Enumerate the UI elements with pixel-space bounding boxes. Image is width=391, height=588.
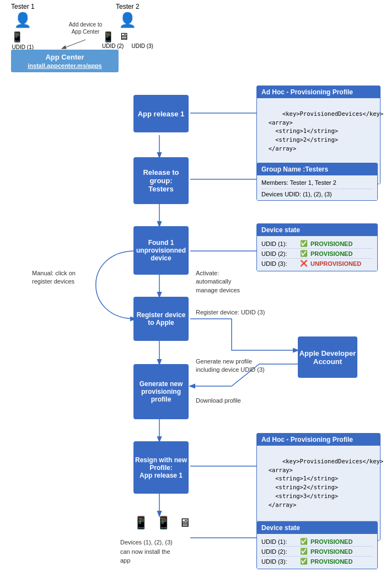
devices-install-label: Devices (1), (2), (3) can now install th… xyxy=(120,538,173,565)
udid1-status-2: PROVISIONED xyxy=(310,538,352,545)
diagram-container: Tester 1 👤 📱 UDID (1) Add device to App … xyxy=(0,0,391,588)
resign-box: Resign with new Profile: App release 1 xyxy=(133,441,189,494)
adhoc1-header: Ad Hoc - Provisioning Profile xyxy=(257,86,380,98)
download-profile-label: Download profile xyxy=(196,397,241,404)
udid3-label-1: UDID (3): xyxy=(261,260,297,267)
tester2-phone-icon: 📱 xyxy=(102,31,114,43)
tester2-label: Tester 2 xyxy=(102,3,153,10)
app-center-box[interactable]: App Center install.appcenter.ms/apps xyxy=(11,50,119,72)
apple-dev-box: Apple Developer Account xyxy=(298,336,357,378)
tester2-body: 👤 xyxy=(102,12,153,29)
svg-line-11 xyxy=(62,40,85,49)
udid2-check-2: ✅ xyxy=(300,548,308,555)
group-body: Members: Tester 1, Tester 2 Devices UDID… xyxy=(257,175,377,200)
udid1-label-1: UDID (1): xyxy=(261,240,297,247)
adhoc2-header: Ad Hoc - Provisioning Profile xyxy=(257,434,380,446)
group-panel: Group Name :Testers Members: Tester 1, T… xyxy=(256,163,378,201)
register-device-box: Register device to Apple xyxy=(133,297,189,341)
group-members: Members: Tester 1, Tester 2 xyxy=(261,178,373,187)
udid1-status-1: PROVISIONED xyxy=(310,240,352,247)
udid1-label-2: UDID (1): xyxy=(261,538,297,545)
adhoc1-code: <key>ProvisionedDevices</key> <array> <s… xyxy=(261,110,383,152)
app-center-link[interactable]: install.appcenter.ms/apps xyxy=(15,62,114,69)
udid2-check-1: ✅ xyxy=(300,250,308,257)
udid2-status-1: PROVISIONED xyxy=(310,250,352,257)
activate-label: Activate: automatically manage devices xyxy=(196,269,256,295)
udid2-status-2: PROVISIONED xyxy=(310,548,352,555)
found-device-box: Found 1 unprovisionned device xyxy=(133,226,189,275)
generate-profile-box: Generate new provisioning profile xyxy=(133,364,189,419)
device-state2-body: UDID (1): ✅ PROVISIONED UDID (2): ✅ PROV… xyxy=(257,534,377,569)
udid3-status-2: PROVISIONED xyxy=(310,558,352,565)
adhoc1-body: <key>ProvisionedDevices</key> <array> <s… xyxy=(257,98,380,164)
tester1-label: Tester 1 xyxy=(11,3,35,10)
device-state1-header: Device state xyxy=(257,224,377,236)
tester2-person: Tester 2 👤 📱 🖥 UDID (2) UDID (3) xyxy=(102,3,153,49)
group-header: Group Name :Testers xyxy=(257,163,377,175)
manual-label: Manual: click on register devices xyxy=(32,269,98,286)
tester1-body: 👤 xyxy=(11,12,35,29)
udid1-check-2: ✅ xyxy=(300,538,308,545)
bottom-devices: 📱 📱 🖥 xyxy=(133,516,193,530)
tester1-phone-icon: 📱 xyxy=(11,31,23,43)
adhoc2-body: <key>ProvisionedDevices</key> <array> <s… xyxy=(257,446,380,521)
app-release-box: App release 1 xyxy=(133,95,189,132)
device-tablet: 🖥 xyxy=(179,516,193,530)
udid2-label-1: UDID (2): xyxy=(261,250,297,257)
device-state2-header: Device state xyxy=(257,522,377,534)
device-phone-1: 📱 xyxy=(133,516,151,530)
udid3-status-1: UNPROVISIONED xyxy=(310,260,361,267)
udid1-check-1: ✅ xyxy=(300,240,308,247)
device-state1-body: UDID (1): ✅ PROVISIONED UDID (2): ✅ PROV… xyxy=(257,236,377,271)
generate-profile-label: Generate new profile including device UD… xyxy=(196,357,265,375)
tester1-person: Tester 1 👤 📱 UDID (1) xyxy=(11,3,35,50)
udid3-x-1: ❌ xyxy=(300,260,308,267)
release-group-box: Release to group: Testers xyxy=(133,157,189,204)
device-state-panel-1: Device state UDID (1): ✅ PROVISIONED UDI… xyxy=(256,223,378,271)
tester2-udid2: UDID (2) xyxy=(102,43,124,49)
tester2-tablet-icon: 🖥 xyxy=(119,31,128,43)
udid2-label-2: UDID (2): xyxy=(261,548,297,555)
adhoc2-code: <key>ProvisionedDevices</key> <array> <s… xyxy=(261,458,383,508)
udid3-label-2: UDID (3): xyxy=(261,558,297,565)
device-state-panel-2: Device state UDID (1): ✅ PROVISIONED UDI… xyxy=(256,521,378,569)
device-phone-2: 📱 xyxy=(156,516,173,530)
app-center-title: App Center xyxy=(15,53,114,61)
group-devices: Devices UDID: (1), (2), (3) xyxy=(261,191,332,197)
tester2-udid3: UDID (3) xyxy=(131,43,153,49)
register-udid3-label: Register device: UDID (3) xyxy=(196,309,265,316)
udid3-check-2: ✅ xyxy=(300,558,308,565)
add-device-label: Add device to App Center xyxy=(66,21,105,35)
